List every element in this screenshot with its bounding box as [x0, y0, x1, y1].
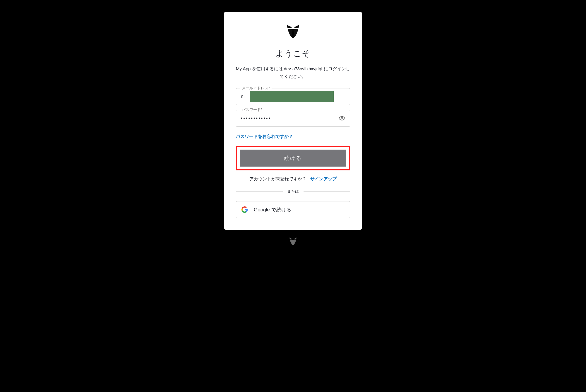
email-label: メールアドレス* [240, 85, 272, 91]
divider-line-right [304, 191, 350, 192]
forgot-password-link[interactable]: パスワードをお忘れですか？ [236, 134, 293, 139]
divider-label: または [283, 189, 304, 194]
google-continue-button[interactable]: Google で続ける [236, 201, 350, 218]
continue-button[interactable]: 続ける [240, 150, 346, 167]
continue-highlight-box: 続ける [236, 146, 350, 170]
page-title: ようこそ [275, 48, 311, 59]
login-card: ようこそ My App を使用するには dev-a73ovllxhxvjtfqf… [224, 12, 362, 230]
google-button-label: Google で続ける [254, 206, 291, 213]
footer-shield-icon [289, 237, 297, 246]
signup-prompt: アカウントが未登録ですか？ [249, 176, 306, 181]
divider-line-left [236, 191, 283, 192]
password-label: パスワード* [240, 107, 264, 112]
divider: または [236, 189, 350, 194]
svg-point-0 [341, 117, 343, 119]
subtitle-text: My App を使用するには dev-a73ovllxhxvjtfqf にログイ… [236, 65, 350, 80]
password-field-wrapper: パスワード* [236, 110, 350, 127]
shield-logo-icon [286, 23, 300, 40]
signup-row: アカウントが未登録ですか？ サインアップ [249, 176, 336, 182]
email-redaction [250, 91, 334, 102]
email-field-wrapper: メールアドレス* [236, 88, 350, 105]
show-password-icon[interactable] [338, 115, 345, 122]
google-icon [241, 206, 248, 213]
signup-link[interactable]: サインアップ [310, 176, 337, 181]
